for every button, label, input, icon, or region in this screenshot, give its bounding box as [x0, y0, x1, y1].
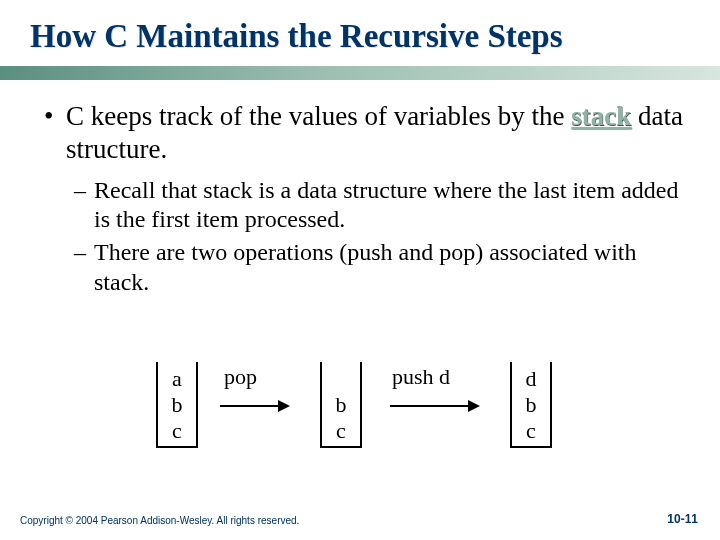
slide-title: How C Maintains the Recursive Steps: [0, 0, 720, 60]
bullet-main-pre: C keeps track of the values of variables…: [66, 101, 571, 131]
arrow-right-icon: [388, 396, 482, 420]
body-content: •C keeps track of the values of variable…: [44, 100, 690, 301]
bullet-sub-2-text: There are two operations (push and pop) …: [94, 239, 637, 294]
stack-cell: a: [158, 366, 196, 392]
stack-keyword: stack: [571, 101, 631, 131]
bullet-sub-1: –Recall that stack is a data structure w…: [74, 176, 690, 235]
stack-after-pop: b c: [320, 362, 362, 448]
svg-marker-1: [278, 400, 290, 412]
arrow-right-icon: [218, 396, 292, 420]
stack-cell: c: [322, 418, 360, 444]
op-pop-label: pop: [224, 364, 257, 390]
stack-cell: c: [512, 418, 550, 444]
stack-diagram: a b c pop b c push d d b c: [0, 362, 720, 482]
dash-icon: –: [74, 238, 94, 267]
accent-band: [0, 66, 720, 80]
stack-cell: [322, 366, 360, 392]
op-push-label: push d: [392, 364, 450, 390]
stack-before-pop: a b c: [156, 362, 198, 448]
sub-bullets: –Recall that stack is a data structure w…: [74, 176, 690, 297]
stack-cell: d: [512, 366, 550, 392]
copyright-text: Copyright © 2004 Pearson Addison-Wesley.…: [20, 515, 299, 526]
svg-marker-3: [468, 400, 480, 412]
bullet-main: •C keeps track of the values of variable…: [44, 100, 690, 166]
stack-cell: c: [158, 418, 196, 444]
slide: How C Maintains the Recursive Steps •C k…: [0, 0, 720, 540]
bullet-sub-2: –There are two operations (push and pop)…: [74, 238, 690, 297]
dash-icon: –: [74, 176, 94, 205]
stack-after-push: d b c: [510, 362, 552, 448]
stack-cell: b: [512, 392, 550, 418]
bullet-disc-icon: •: [44, 100, 66, 133]
stack-cell: b: [322, 392, 360, 418]
page-number: 10-11: [667, 512, 698, 526]
stack-cell: b: [158, 392, 196, 418]
bullet-sub-1-text: Recall that stack is a data structure wh…: [94, 177, 678, 232]
